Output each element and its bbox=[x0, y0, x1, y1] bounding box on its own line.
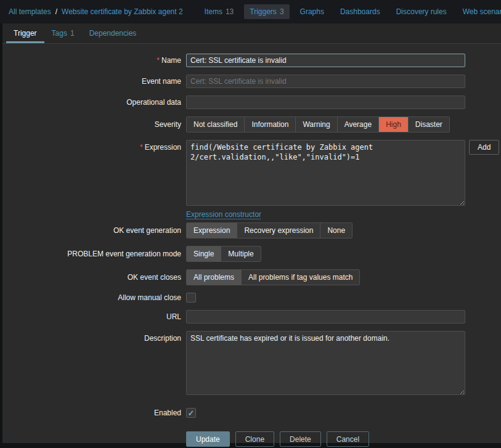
event-name-input[interactable] bbox=[186, 75, 465, 88]
severity-disaster[interactable]: Disaster bbox=[409, 117, 449, 132]
nav-discovery-rules-link[interactable]: Discovery rules bbox=[396, 7, 447, 16]
severity-information[interactable]: Information bbox=[245, 117, 296, 132]
operational-data-input[interactable] bbox=[186, 96, 465, 109]
tab-dependencies-label[interactable]: Dependencies bbox=[89, 29, 137, 38]
severity-label: Severity bbox=[2, 120, 181, 129]
nav-items-link[interactable]: Items bbox=[205, 7, 222, 16]
ok-event-generation-label: OK event generation bbox=[2, 226, 181, 235]
nav-triggers[interactable]: Triggers 3 bbox=[244, 4, 289, 19]
row-expression: *Expression find(/Website certificate by… bbox=[2, 140, 501, 219]
url-input[interactable] bbox=[186, 310, 465, 324]
form-actions: Update Clone Delete Cancel bbox=[186, 431, 501, 447]
description-label: Description bbox=[2, 331, 181, 343]
row-ok-event-closes: OK event closes All problems All problem… bbox=[2, 269, 501, 285]
nav-items[interactable]: Items 13 bbox=[199, 4, 240, 19]
row-name: *Name bbox=[2, 54, 501, 67]
page-content: Trigger Tags 1 Dependencies *Name Event … bbox=[2, 23, 501, 443]
nav-items-count: 13 bbox=[226, 7, 234, 16]
breadcrumb-all-templates[interactable]: All templates bbox=[9, 7, 51, 16]
expression-constructor-link[interactable]: Expression constructor bbox=[186, 210, 261, 219]
row-allow-manual-close: Allow manual close ✓ bbox=[2, 293, 501, 303]
breadcrumb-separator: / bbox=[55, 7, 57, 16]
nav-graphs-link[interactable]: Graphs bbox=[300, 7, 324, 16]
top-navigation: All templates / Website certificate by Z… bbox=[0, 0, 501, 23]
problem-mode-label: PROBLEM event generation mode bbox=[2, 250, 181, 258]
row-severity: Severity Not classified Information Warn… bbox=[2, 116, 501, 132]
ok-closes-all-problems[interactable]: All problems bbox=[187, 270, 242, 285]
required-asterisk: * bbox=[140, 143, 143, 152]
nav-graphs[interactable]: Graphs bbox=[295, 4, 330, 19]
checkmark-icon: ✓ bbox=[188, 409, 195, 417]
template-sections-nav: Items 13 Triggers 3 Graphs Dashboards Di… bbox=[199, 4, 501, 19]
row-description: Description SSL certificate has expired … bbox=[2, 331, 501, 397]
url-label: URL bbox=[2, 312, 181, 321]
nav-web-scenarios[interactable]: Web scenarios bbox=[457, 4, 501, 19]
event-name-label: Event name bbox=[2, 77, 181, 86]
nav-dashboards[interactable]: Dashboards bbox=[335, 4, 386, 19]
nav-triggers-count: 3 bbox=[280, 7, 284, 16]
required-asterisk: * bbox=[157, 56, 160, 65]
trigger-tabs: Trigger Tags 1 Dependencies bbox=[2, 23, 501, 44]
expression-add-button[interactable]: Add bbox=[469, 140, 499, 155]
name-input[interactable] bbox=[186, 54, 465, 67]
ok-event-closes-label: OK event closes bbox=[2, 273, 181, 282]
problem-mode-control: Single Multiple bbox=[186, 246, 261, 262]
row-operational-data: Operational data bbox=[2, 96, 501, 109]
update-button[interactable]: Update bbox=[186, 431, 230, 447]
tab-trigger[interactable]: Trigger bbox=[6, 23, 44, 43]
severity-average[interactable]: Average bbox=[338, 117, 379, 132]
cancel-button[interactable]: Cancel bbox=[327, 431, 369, 447]
expression-label: Expression bbox=[145, 143, 181, 152]
row-ok-event-generation: OK event generation Expression Recovery … bbox=[2, 222, 501, 238]
name-label: Name bbox=[161, 56, 181, 65]
tab-tags[interactable]: Tags 1 bbox=[44, 23, 82, 43]
enabled-checkbox[interactable]: ✓ bbox=[186, 408, 196, 418]
delete-button[interactable]: Delete bbox=[280, 431, 321, 447]
row-event-name: Event name bbox=[2, 75, 501, 88]
ok-gen-expression[interactable]: Expression bbox=[187, 223, 237, 238]
tab-dependencies[interactable]: Dependencies bbox=[82, 23, 144, 43]
trigger-form: *Name Event name Operational data Severi… bbox=[2, 44, 501, 447]
problem-mode-single[interactable]: Single bbox=[187, 246, 221, 261]
operational-data-label: Operational data bbox=[2, 98, 181, 107]
severity-not-classified[interactable]: Not classified bbox=[187, 117, 245, 132]
ok-event-closes-control: All problems All problems if tag values … bbox=[186, 269, 360, 285]
allow-manual-close-checkbox[interactable]: ✓ bbox=[186, 293, 196, 303]
ok-event-generation-control: Expression Recovery expression None bbox=[186, 222, 352, 238]
ok-closes-tag-match[interactable]: All problems if tag values match bbox=[242, 270, 359, 285]
nav-triggers-link[interactable]: Triggers bbox=[250, 7, 277, 16]
severity-control: Not classified Information Warning Avera… bbox=[186, 116, 450, 132]
tab-trigger-label: Trigger bbox=[14, 29, 37, 38]
expression-textarea[interactable]: find(/Website certificate by Zabbix agen… bbox=[186, 140, 465, 206]
description-textarea[interactable]: SSL certificate has expired or it is iss… bbox=[186, 331, 465, 395]
tab-tags-count: 1 bbox=[70, 29, 75, 38]
ok-gen-recovery-expression[interactable]: Recovery expression bbox=[237, 223, 320, 238]
row-problem-mode: PROBLEM event generation mode Single Mul… bbox=[2, 246, 501, 262]
allow-manual-close-label: Allow manual close bbox=[2, 293, 181, 302]
tab-tags-label[interactable]: Tags bbox=[52, 29, 67, 38]
severity-high[interactable]: High bbox=[379, 117, 409, 132]
enabled-label: Enabled bbox=[2, 409, 181, 417]
nav-discovery-rules[interactable]: Discovery rules bbox=[391, 4, 452, 19]
problem-mode-multiple[interactable]: Multiple bbox=[221, 246, 260, 261]
row-url: URL bbox=[2, 310, 501, 324]
nav-web-scenarios-link[interactable]: Web scenarios bbox=[463, 7, 501, 16]
ok-gen-none[interactable]: None bbox=[320, 223, 352, 238]
clone-button[interactable]: Clone bbox=[235, 431, 274, 447]
row-enabled: Enabled ✓ bbox=[2, 408, 501, 418]
nav-dashboards-link[interactable]: Dashboards bbox=[340, 7, 380, 16]
severity-warning[interactable]: Warning bbox=[296, 117, 337, 132]
breadcrumb-template[interactable]: Website certificate by Zabbix agent 2 bbox=[62, 7, 183, 16]
